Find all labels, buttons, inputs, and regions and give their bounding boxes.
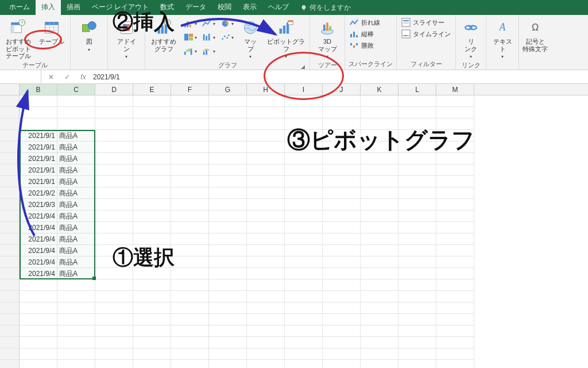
cell[interactable]	[323, 153, 361, 164]
cell[interactable]	[323, 348, 361, 360]
cell[interactable]	[361, 245, 399, 256]
cell[interactable]	[133, 245, 171, 256]
cell[interactable]	[436, 164, 474, 176]
cell[interactable]	[323, 245, 361, 256]
cell[interactable]	[247, 360, 285, 368]
cell[interactable]	[95, 233, 133, 245]
cell[interactable]	[95, 302, 133, 314]
cell[interactable]	[171, 153, 209, 164]
cell[interactable]	[399, 337, 436, 348]
cell[interactable]	[399, 95, 436, 107]
cell[interactable]	[95, 130, 133, 141]
cell[interactable]	[95, 348, 133, 360]
cell[interactable]	[323, 233, 361, 245]
cell[interactable]	[247, 222, 285, 233]
cell[interactable]	[133, 210, 171, 222]
sparkline-winloss-button[interactable]: 勝敗	[349, 40, 393, 51]
cell[interactable]	[323, 222, 361, 233]
cell[interactable]	[209, 210, 247, 222]
cell[interactable]	[209, 233, 247, 245]
table-button[interactable]: テーブル	[37, 17, 67, 60]
cell[interactable]	[436, 360, 474, 368]
cell[interactable]	[209, 325, 247, 337]
chart-more-button[interactable]	[219, 45, 235, 57]
cell[interactable]	[20, 325, 57, 337]
cell[interactable]	[209, 164, 247, 176]
cell[interactable]	[247, 176, 285, 187]
link-button[interactable]: リンク▾	[459, 17, 482, 60]
charts-dialog-launcher[interactable]: ◢	[301, 64, 305, 70]
cell[interactable]	[285, 153, 323, 164]
tab-help[interactable]: ヘルプ	[262, 0, 295, 15]
cell[interactable]	[95, 187, 133, 199]
cell[interactable]: 商品A	[57, 245, 95, 256]
timeline-button[interactable]: タイムライン	[400, 29, 452, 39]
cell[interactable]: 2021/9/4	[20, 256, 57, 268]
cell[interactable]	[399, 314, 436, 325]
cell[interactable]	[133, 325, 171, 337]
fx-button[interactable]: fx	[77, 73, 90, 81]
cell[interactable]	[361, 141, 399, 153]
cell[interactable]: 2021/9/1	[20, 153, 57, 164]
column-header-B[interactable]: B	[20, 84, 57, 95]
cell[interactable]	[436, 130, 474, 141]
cell[interactable]	[361, 325, 399, 337]
cell[interactable]	[361, 199, 399, 210]
cell[interactable]	[323, 130, 361, 141]
cell[interactable]	[285, 164, 323, 176]
cell[interactable]	[399, 291, 436, 302]
cell[interactable]	[323, 360, 361, 368]
cell[interactable]	[95, 95, 133, 107]
cell[interactable]	[95, 325, 133, 337]
cell[interactable]	[209, 291, 247, 302]
cell[interactable]	[436, 291, 474, 302]
cell[interactable]	[171, 176, 209, 187]
tab-data[interactable]: データ	[180, 0, 212, 15]
row-header[interactable]	[0, 176, 20, 187]
cell[interactable]	[399, 130, 436, 141]
cell[interactable]	[20, 279, 57, 291]
cell[interactable]: 商品A	[57, 256, 95, 268]
row-header[interactable]	[0, 360, 20, 368]
cell[interactable]	[57, 118, 95, 130]
column-header-D[interactable]: D	[95, 84, 133, 95]
cell[interactable]	[95, 199, 133, 210]
cell[interactable]	[323, 279, 361, 291]
cell[interactable]	[57, 337, 95, 348]
cell[interactable]	[209, 153, 247, 164]
cell[interactable]	[171, 279, 209, 291]
cell[interactable]	[361, 222, 399, 233]
tab-page-layout[interactable]: ページ レイアウト	[86, 0, 154, 15]
chart-scatter-button[interactable]: ▾	[219, 31, 235, 44]
cell[interactable]	[399, 360, 436, 368]
cell[interactable]	[247, 164, 285, 176]
row-header[interactable]	[0, 325, 20, 337]
cell[interactable]	[171, 118, 209, 130]
cell[interactable]	[171, 130, 209, 141]
row-header[interactable]	[0, 164, 20, 176]
column-header-J[interactable]: J	[323, 84, 361, 95]
cell[interactable]	[323, 291, 361, 302]
cell[interactable]	[436, 314, 474, 325]
cell[interactable]	[323, 325, 361, 337]
cell[interactable]	[209, 360, 247, 368]
tab-review[interactable]: 校閲	[212, 0, 237, 15]
cell[interactable]	[361, 107, 399, 118]
cell[interactable]	[95, 314, 133, 325]
cell[interactable]	[323, 302, 361, 314]
row-header[interactable]	[0, 302, 20, 314]
cell[interactable]: 2021/9/4	[20, 233, 57, 245]
cell[interactable]	[436, 337, 474, 348]
cell[interactable]: 商品A	[57, 130, 95, 141]
cell[interactable]	[323, 141, 361, 153]
cell[interactable]	[133, 153, 171, 164]
row-header[interactable]	[0, 233, 20, 245]
cell[interactable]	[285, 279, 323, 291]
cell[interactable]	[247, 245, 285, 256]
cell[interactable]	[399, 164, 436, 176]
slicer-button[interactable]: スライサー	[400, 17, 452, 28]
cell[interactable]	[20, 291, 57, 302]
cell[interactable]	[285, 291, 323, 302]
column-header-C[interactable]: C	[57, 84, 95, 95]
cell[interactable]	[133, 141, 171, 153]
